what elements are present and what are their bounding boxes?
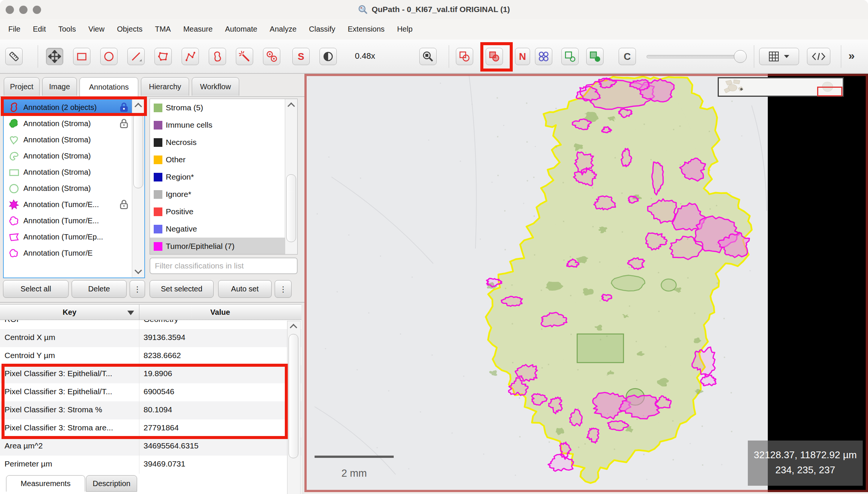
class-color-swatch [154,121,162,130]
menu-objects[interactable]: Objects [117,25,142,34]
tab-description[interactable]: Description [86,475,137,492]
class-color-swatch [154,242,162,251]
line-tool-button[interactable] [127,48,145,65]
annotation-item-2[interactable]: Annotation (Stroma) [4,132,144,148]
annotation-item-8[interactable]: Annotation (Tumor/Ep... [4,229,144,245]
overview-viewport-rect [817,87,842,96]
menu-help[interactable]: Help [397,25,413,34]
polygon-tool-button[interactable] [154,48,172,65]
annotation-item-9[interactable]: Annotation (Tumor/E [4,245,144,261]
polygon-icon [157,50,169,63]
menu-extensions[interactable]: Extensions [348,25,385,34]
c-letter: C [624,51,631,63]
scale-bar [315,456,394,458]
tab-hierarchy[interactable]: Hierarchy [141,77,189,96]
annotation-item-4[interactable]: Annotation (Stroma) [4,164,144,180]
selection-s-button[interactable]: S [292,48,310,65]
zoom-level[interactable]: 0.48x [355,51,375,61]
menu-analyze[interactable]: Analyze [270,25,296,34]
annotation-shape-icon [8,199,20,210]
annotation-item-3[interactable]: Annotation (Stroma) [4,148,144,164]
class-item-stroma[interactable]: Stroma (5) [150,99,297,116]
title-bar: QuPath - 0_KI67_val.tif ORIGINAL (1) [0,0,868,19]
points-tool-button[interactable] [263,48,280,65]
table-row[interactable]: ROIGeometry [0,320,301,329]
menu-tools[interactable]: Tools [58,25,76,34]
polyline-tool-button[interactable] [182,48,199,65]
filter-input[interactable]: Filter classifications in list [150,258,298,274]
annotation-shape-icon [8,183,20,194]
slide-viewer[interactable]: 2 mm 32128.37, 11872.92 µm 234, 235, 237 [304,74,868,492]
class-item-positive[interactable]: Positive [150,203,297,220]
table-row[interactable]: Area µm^234695564.6315 [0,438,301,456]
annotation-item-1[interactable]: Annotation (Stroma) [4,116,144,132]
tab-image[interactable]: Image [42,77,77,96]
class-more-button[interactable]: ⋮ [275,280,292,298]
tab-annotations[interactable]: Annotations [79,77,138,97]
annotation-more-button[interactable]: ⋮ [130,280,145,298]
brightness-contrast-button[interactable] [319,48,337,65]
show-names-button[interactable]: N [515,48,530,65]
class-item-ignore[interactable]: Ignore* [150,186,297,203]
wand-tool-button[interactable] [236,48,253,65]
value-column-header[interactable]: Value [139,305,301,320]
tma-grid-button[interactable] [535,48,552,65]
fill-detections-button[interactable] [586,48,604,65]
class-item-region[interactable]: Region* [150,168,297,186]
tma-grid-icon [537,50,550,63]
annotation-item-7[interactable]: Annotation (Tumor/E... [4,213,144,229]
show-annotations-button[interactable] [456,48,473,65]
menu-tma[interactable]: TMA [155,25,171,34]
move-tool-button[interactable] [46,48,63,65]
show-connections-button[interactable]: C [619,48,636,65]
menu-measure[interactable]: Measure [183,25,212,34]
class-item-negative[interactable]: Negative [150,220,297,238]
delete-button[interactable]: Delete [72,280,127,298]
move-icon [48,50,61,63]
annotation-item-6[interactable]: Annotation (Tumor/E... [4,197,144,213]
opacity-slider[interactable] [646,55,744,58]
class-item-immune-cells[interactable]: Immune cells [150,116,297,134]
menu-view[interactable]: View [88,25,104,34]
rectangle-tool-button[interactable] [73,48,90,65]
annotation-list-scrollbar[interactable] [132,99,144,277]
overview-thumbnail[interactable] [718,77,844,97]
table-scrollbar[interactable] [287,321,301,494]
auto-set-button[interactable]: Auto set [218,280,272,298]
menu-edit[interactable]: Edit [33,25,46,34]
brush-tool-button[interactable] [209,48,226,65]
tab-workflow[interactable]: Workflow [192,77,239,96]
table-row[interactable]: Perimeter µm39469.0731 [0,456,301,474]
menu-automate[interactable]: Automate [225,25,257,34]
class-color-swatch [154,173,162,181]
ellipse-tool-button[interactable] [100,48,118,65]
zoom-to-fit-button[interactable] [419,48,437,65]
script-editor-button[interactable] [807,48,830,65]
points-icon [265,50,278,63]
class-list-scrollbar[interactable] [285,99,297,254]
tab-measurements[interactable]: Measurements [6,475,85,492]
annotation-list: Annotation (2 objects) Annotation (Strom… [3,99,145,278]
tab-project[interactable]: Project [4,77,40,96]
select-all-button[interactable]: Select all [3,280,69,298]
measurement-table-button[interactable] [759,48,799,65]
class-item-necrosis[interactable]: Necrosis [150,134,297,151]
toolbar-overflow-button[interactable]: » [848,49,855,62]
table-row[interactable]: Centroid Y µm8238.6662 [0,347,301,365]
table-row[interactable]: Centroid X µm39136.3594 [0,329,301,347]
set-selected-button[interactable]: Set selected [150,280,214,298]
class-list: Stroma (5) Immune cells Necrosis Other R… [150,99,298,255]
table-header[interactable]: Key Value [0,304,301,320]
toolbar: S 0.48x N C [0,40,868,74]
class-color-swatch [154,156,162,164]
wand-icon [238,50,251,63]
key-column-header[interactable]: Key [0,305,139,320]
class-item-other[interactable]: Other [150,151,297,168]
annotation-item-5[interactable]: Annotation (Stroma) [4,180,144,197]
show-detections-button[interactable] [561,48,579,65]
menu-classify[interactable]: Classify [309,25,335,34]
selection-mode-button[interactable] [5,48,23,65]
class-item-tumor-epithelial[interactable]: Tumor/Epithelial (7) [150,238,297,255]
menu-file[interactable]: File [8,25,20,34]
opacity-slider-knob[interactable] [734,50,747,63]
